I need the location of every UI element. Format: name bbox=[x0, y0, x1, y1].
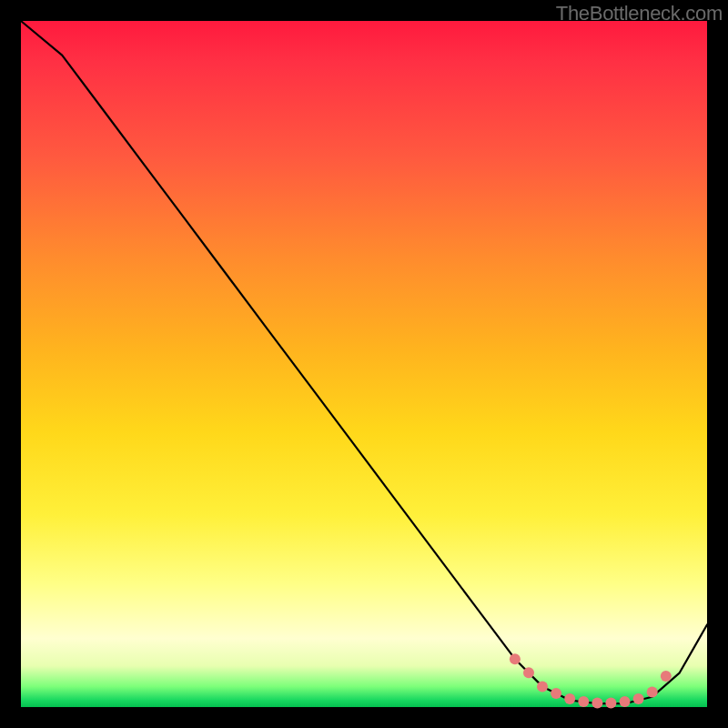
highlight-dot bbox=[620, 696, 631, 707]
highlight-dot bbox=[564, 693, 575, 704]
highlight-dot bbox=[537, 681, 548, 692]
bottleneck-curve bbox=[21, 21, 707, 703]
curve-layer bbox=[21, 21, 707, 707]
highlight-dot bbox=[551, 688, 561, 699]
highlight-dot bbox=[605, 698, 616, 709]
watermark-text: TheBottleneck.com bbox=[556, 2, 723, 25]
highlight-dot bbox=[633, 693, 644, 704]
highlight-dot bbox=[661, 671, 672, 682]
plot-area bbox=[21, 21, 707, 707]
highlight-dot bbox=[523, 667, 534, 678]
highlight-dot bbox=[592, 698, 602, 709]
chart-stage: TheBottleneck.com bbox=[0, 0, 728, 728]
highlight-dot bbox=[510, 653, 521, 664]
highlight-dot bbox=[647, 686, 658, 697]
highlight-dots bbox=[510, 653, 672, 708]
highlight-dot bbox=[578, 696, 589, 707]
